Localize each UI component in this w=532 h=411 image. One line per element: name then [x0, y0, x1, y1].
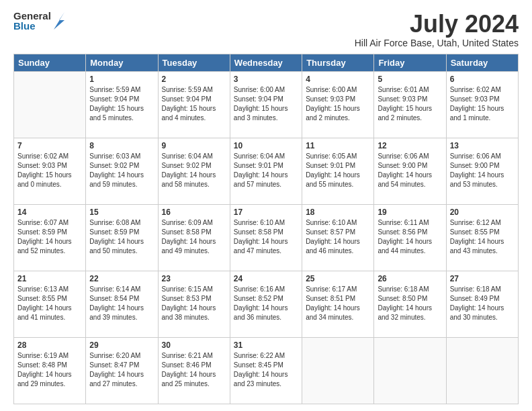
calendar-cell: 21Sunrise: 6:13 AM Sunset: 8:55 PM Dayli… — [14, 271, 86, 337]
day-info: Sunrise: 5:59 AM Sunset: 9:04 PM Dayligh… — [162, 85, 226, 123]
day-info: Sunrise: 6:02 AM Sunset: 9:03 PM Dayligh… — [17, 152, 82, 189]
calendar-cell: 10Sunrise: 6:04 AM Sunset: 9:01 PM Dayli… — [230, 138, 302, 204]
day-info: Sunrise: 6:06 AM Sunset: 9:00 PM Dayligh… — [378, 152, 442, 189]
day-number: 16 — [162, 208, 226, 217]
day-info: Sunrise: 6:20 AM Sunset: 8:47 PM Dayligh… — [89, 351, 154, 389]
day-info: Sunrise: 5:59 AM Sunset: 9:04 PM Dayligh… — [89, 85, 154, 123]
day-info: Sunrise: 6:04 AM Sunset: 9:02 PM Dayligh… — [162, 152, 226, 189]
day-number: 31 — [234, 340, 298, 350]
calendar-cell — [374, 337, 446, 404]
day-info: Sunrise: 6:18 AM Sunset: 8:50 PM Dayligh… — [378, 285, 442, 322]
day-info: Sunrise: 6:08 AM Sunset: 8:59 PM Dayligh… — [89, 218, 154, 256]
calendar-cell — [446, 337, 518, 404]
subtitle: Hill Air Force Base, Utah, United States — [355, 38, 519, 48]
calendar-cell: 22Sunrise: 6:14 AM Sunset: 8:54 PM Dayli… — [86, 271, 158, 337]
calendar-cell: 18Sunrise: 6:10 AM Sunset: 8:57 PM Dayli… — [302, 204, 374, 271]
calendar-cell: 14Sunrise: 6:07 AM Sunset: 8:59 PM Dayli… — [14, 204, 86, 271]
day-number: 13 — [450, 141, 515, 150]
calendar-cell: 1Sunrise: 5:59 AM Sunset: 9:04 PM Daylig… — [86, 71, 158, 138]
calendar-cell: 26Sunrise: 6:18 AM Sunset: 8:50 PM Dayli… — [374, 271, 446, 337]
calendar-week-5: 28Sunrise: 6:19 AM Sunset: 8:48 PM Dayli… — [14, 337, 519, 404]
calendar-cell: 4Sunrise: 6:00 AM Sunset: 9:03 PM Daylig… — [302, 71, 374, 138]
calendar-cell: 17Sunrise: 6:10 AM Sunset: 8:58 PM Dayli… — [230, 204, 302, 271]
col-saturday: Saturday — [446, 54, 518, 71]
calendar-cell: 19Sunrise: 6:11 AM Sunset: 8:56 PM Dayli… — [374, 204, 446, 271]
day-info: Sunrise: 6:07 AM Sunset: 8:59 PM Dayligh… — [17, 218, 82, 256]
calendar-week-1: 1Sunrise: 5:59 AM Sunset: 9:04 PM Daylig… — [14, 71, 519, 138]
calendar-cell: 3Sunrise: 6:00 AM Sunset: 9:04 PM Daylig… — [230, 71, 302, 138]
day-number: 11 — [306, 141, 370, 150]
day-info: Sunrise: 6:10 AM Sunset: 8:58 PM Dayligh… — [234, 218, 298, 256]
day-info: Sunrise: 6:21 AM Sunset: 8:46 PM Dayligh… — [162, 351, 226, 389]
day-number: 5 — [378, 75, 442, 84]
calendar-cell: 30Sunrise: 6:21 AM Sunset: 8:46 PM Dayli… — [158, 337, 230, 404]
day-number: 8 — [89, 141, 154, 150]
logo-general: General — [13, 11, 51, 21]
col-sunday: Sunday — [14, 54, 86, 71]
day-info: Sunrise: 6:15 AM Sunset: 8:53 PM Dayligh… — [162, 285, 226, 322]
col-monday: Monday — [86, 54, 158, 71]
day-info: Sunrise: 6:05 AM Sunset: 9:01 PM Dayligh… — [306, 152, 370, 189]
day-number: 25 — [306, 274, 370, 283]
day-number: 1 — [89, 75, 154, 84]
day-number: 23 — [162, 274, 226, 283]
logo-blue: Blue — [13, 21, 51, 31]
logo-icon — [52, 11, 66, 31]
calendar-header: Sunday Monday Tuesday Wednesday Thursday… — [14, 54, 519, 71]
day-number: 7 — [17, 141, 82, 150]
day-number: 19 — [378, 208, 442, 217]
calendar-cell: 7Sunrise: 6:02 AM Sunset: 9:03 PM Daylig… — [14, 138, 86, 204]
day-number: 21 — [17, 274, 82, 283]
day-number: 18 — [306, 208, 370, 217]
day-number: 9 — [162, 141, 226, 150]
calendar-cell: 9Sunrise: 6:04 AM Sunset: 9:02 PM Daylig… — [158, 138, 230, 204]
day-number: 17 — [234, 208, 298, 217]
calendar-week-3: 14Sunrise: 6:07 AM Sunset: 8:59 PM Dayli… — [14, 204, 519, 271]
calendar-cell — [302, 337, 374, 404]
calendar-cell: 23Sunrise: 6:15 AM Sunset: 8:53 PM Dayli… — [158, 271, 230, 337]
calendar-table: Sunday Monday Tuesday Wednesday Thursday… — [13, 54, 519, 404]
calendar-cell — [14, 71, 86, 138]
calendar-week-4: 21Sunrise: 6:13 AM Sunset: 8:55 PM Dayli… — [14, 271, 519, 337]
col-thursday: Thursday — [302, 54, 374, 71]
day-info: Sunrise: 6:11 AM Sunset: 8:56 PM Dayligh… — [378, 218, 442, 256]
col-wednesday: Wednesday — [230, 54, 302, 71]
col-tuesday: Tuesday — [158, 54, 230, 71]
day-info: Sunrise: 6:02 AM Sunset: 9:03 PM Dayligh… — [450, 85, 515, 123]
day-info: Sunrise: 6:19 AM Sunset: 8:48 PM Dayligh… — [17, 351, 82, 389]
day-info: Sunrise: 6:14 AM Sunset: 8:54 PM Dayligh… — [89, 285, 154, 322]
day-info: Sunrise: 6:04 AM Sunset: 9:01 PM Dayligh… — [234, 152, 298, 189]
main-title: July 2024 — [355, 11, 519, 38]
day-number: 3 — [234, 75, 298, 84]
calendar-cell: 12Sunrise: 6:06 AM Sunset: 9:00 PM Dayli… — [374, 138, 446, 204]
day-number: 2 — [162, 75, 226, 84]
calendar-cell: 15Sunrise: 6:08 AM Sunset: 8:59 PM Dayli… — [86, 204, 158, 271]
calendar-cell: 28Sunrise: 6:19 AM Sunset: 8:48 PM Dayli… — [14, 337, 86, 404]
day-info: Sunrise: 6:16 AM Sunset: 8:52 PM Dayligh… — [234, 285, 298, 322]
calendar-cell: 16Sunrise: 6:09 AM Sunset: 8:58 PM Dayli… — [158, 204, 230, 271]
calendar-cell: 6Sunrise: 6:02 AM Sunset: 9:03 PM Daylig… — [446, 71, 518, 138]
day-info: Sunrise: 6:03 AM Sunset: 9:02 PM Dayligh… — [89, 152, 154, 189]
day-info: Sunrise: 6:12 AM Sunset: 8:55 PM Dayligh… — [450, 218, 515, 256]
day-number: 20 — [450, 208, 515, 217]
day-info: Sunrise: 6:06 AM Sunset: 9:00 PM Dayligh… — [450, 152, 515, 189]
day-info: Sunrise: 6:18 AM Sunset: 8:49 PM Dayligh… — [450, 285, 515, 322]
day-number: 27 — [450, 274, 515, 283]
day-number: 22 — [89, 274, 154, 283]
logo: General Blue — [13, 11, 66, 31]
day-info: Sunrise: 6:22 AM Sunset: 8:45 PM Dayligh… — [234, 351, 298, 389]
calendar-cell: 27Sunrise: 6:18 AM Sunset: 8:49 PM Dayli… — [446, 271, 518, 337]
logo-text: General Blue — [13, 11, 51, 31]
calendar-cell: 29Sunrise: 6:20 AM Sunset: 8:47 PM Dayli… — [86, 337, 158, 404]
day-info: Sunrise: 6:17 AM Sunset: 8:51 PM Dayligh… — [306, 285, 370, 322]
header: General Blue July 2024 Hill Air Force Ba… — [13, 11, 519, 48]
page: General Blue July 2024 Hill Air Force Ba… — [0, 0, 532, 411]
day-info: Sunrise: 6:01 AM Sunset: 9:03 PM Dayligh… — [378, 85, 442, 123]
day-number: 28 — [17, 340, 82, 350]
day-info: Sunrise: 6:09 AM Sunset: 8:58 PM Dayligh… — [162, 218, 226, 256]
day-info: Sunrise: 6:00 AM Sunset: 9:03 PM Dayligh… — [306, 85, 370, 123]
calendar-week-2: 7Sunrise: 6:02 AM Sunset: 9:03 PM Daylig… — [14, 138, 519, 204]
col-friday: Friday — [374, 54, 446, 71]
day-info: Sunrise: 6:13 AM Sunset: 8:55 PM Dayligh… — [17, 285, 82, 322]
svg-marker-0 — [54, 12, 64, 30]
